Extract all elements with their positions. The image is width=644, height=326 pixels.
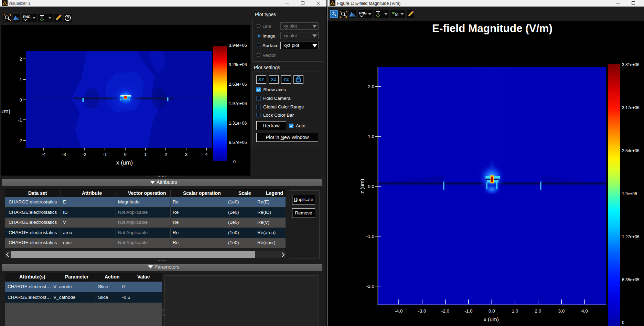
svg-text:2.54e+06: 2.54e+06 — [622, 148, 640, 153]
svg-text:4.0: 4.0 — [581, 308, 588, 314]
svg-text:1.0: 1.0 — [512, 308, 518, 314]
svg-text:2.0: 2.0 — [535, 308, 541, 314]
svg-text:z (um): z (um) — [359, 179, 365, 194]
svg-text:-1: -1 — [18, 117, 22, 123]
svg-text:-4.0: -4.0 — [395, 308, 402, 314]
svg-text:3.0: 3.0 — [558, 308, 565, 314]
svg-text:-1: -1 — [103, 152, 107, 157]
svg-text:-2: -2 — [18, 138, 22, 143]
svg-text:0: 0 — [20, 97, 22, 103]
svg-text:0.0: 0.0 — [368, 184, 374, 189]
svg-text:1.9e+06: 1.9e+06 — [622, 191, 637, 196]
svg-text:3.81e+06: 3.81e+06 — [622, 62, 640, 67]
svg-text:1: 1 — [20, 77, 22, 82]
svg-text:2: 2 — [20, 56, 22, 62]
svg-text:4: 4 — [205, 152, 207, 157]
svg-text:-1.0: -1.0 — [366, 234, 374, 239]
svg-text:x (um): x (um) — [116, 159, 133, 166]
svg-text:um): um) — [1, 108, 10, 115]
svg-text:1.27e+06: 1.27e+06 — [622, 234, 640, 239]
svg-text:2.0: 2.0 — [368, 84, 374, 89]
svg-text:0: 0 — [124, 152, 126, 157]
svg-text:-2: -2 — [82, 152, 86, 157]
svg-text:-3.0: -3.0 — [418, 308, 426, 314]
svg-text:-3: -3 — [62, 152, 66, 157]
svg-text:6.35e+05: 6.35e+05 — [622, 277, 640, 282]
svg-text:x (um): x (um) — [484, 316, 499, 322]
svg-text:3.94e+06: 3.94e+06 — [229, 43, 247, 48]
svg-text:-2.0: -2.0 — [441, 308, 449, 314]
svg-text:2: 2 — [164, 152, 167, 157]
svg-text:3: 3 — [185, 152, 187, 157]
svg-text:1.0: 1.0 — [368, 134, 374, 139]
svg-text:-4: -4 — [42, 152, 46, 157]
svg-text:1.31e+06: 1.31e+06 — [229, 121, 247, 126]
svg-text:-1.0: -1.0 — [464, 308, 472, 314]
svg-text:3.29e+06: 3.29e+06 — [229, 62, 247, 67]
svg-text:0.0: 0.0 — [489, 308, 495, 314]
svg-text:3.17e+06: 3.17e+06 — [622, 105, 640, 110]
svg-text:PNG: PNG — [23, 15, 31, 19]
svg-text:2.63e+06: 2.63e+06 — [229, 82, 247, 87]
svg-text:6.57e+05: 6.57e+05 — [229, 140, 247, 145]
svg-text:1: 1 — [144, 152, 147, 157]
svg-text:0: 0 — [233, 159, 236, 164]
svg-text:0: 0 — [622, 320, 624, 325]
svg-text:1.97e+06: 1.97e+06 — [229, 101, 247, 106]
svg-text:-2.0: -2.0 — [366, 284, 374, 289]
svg-text:?: ? — [66, 15, 69, 20]
